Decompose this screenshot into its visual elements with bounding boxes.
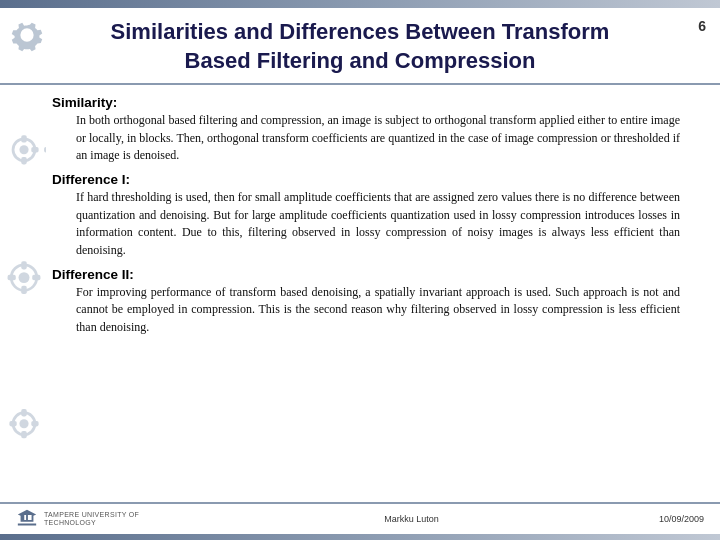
difference1-title: Difference I: [52,172,690,187]
slide: Similarities and Differences Between Tra… [0,0,720,540]
difference2-section: Difference II: For improving performance… [52,267,690,336]
university-logo-icon [16,508,38,530]
svg-rect-16 [9,421,16,426]
svg-rect-17 [31,421,38,426]
svg-rect-4 [44,147,46,152]
footer-author: Markku Luton [384,514,439,524]
difference2-title: Difference II: [52,267,690,282]
side-decoration [2,95,46,502]
slide-title: Similarities and Differences Between Tra… [60,18,660,75]
svg-rect-9 [21,286,26,294]
slide-header: Similarities and Differences Between Tra… [0,8,720,85]
svg-rect-3 [21,157,26,164]
footer-logo-area: TAMPERE UNIVERSITY OF TECHNOLOGY [16,508,164,530]
svg-rect-10 [8,275,16,280]
difference2-body: For improving performance of transform b… [52,284,690,336]
similarity-section: Similarity: In both orthogonal based fil… [52,95,690,164]
svg-point-12 [13,413,35,435]
difference1-section: Difference I: If hard thresholding is us… [52,172,690,259]
slide-number: 6 [698,18,706,34]
svg-rect-14 [21,409,26,416]
header-gear-icon [8,16,46,54]
svg-point-6 [11,265,37,291]
svg-rect-2 [21,135,26,142]
similarity-title: Similarity: [52,95,690,110]
top-decorative-bar [0,0,720,8]
slide-footer: TAMPERE UNIVERSITY OF TECHNOLOGY Markku … [0,502,720,534]
title-line2: Based Filtering and Compression [185,48,536,73]
svg-rect-5 [31,147,38,152]
bottom-decorative-bar [0,534,720,540]
svg-point-13 [19,419,28,428]
slide-content: Similarity: In both orthogonal based fil… [0,85,720,502]
svg-point-1 [19,145,28,154]
svg-point-7 [19,272,30,283]
svg-rect-8 [21,261,26,269]
title-line1: Similarities and Differences Between Tra… [111,19,610,44]
institution-name: TAMPERE UNIVERSITY OF TECHNOLOGY [44,511,164,528]
difference1-body: If hard thresholding is used, then for s… [52,189,690,259]
similarity-body: In both orthogonal based filtering and c… [52,112,690,164]
svg-rect-15 [21,431,26,438]
svg-rect-11 [32,275,40,280]
svg-point-0 [13,139,35,161]
footer-date: 10/09/2009 [659,514,704,524]
